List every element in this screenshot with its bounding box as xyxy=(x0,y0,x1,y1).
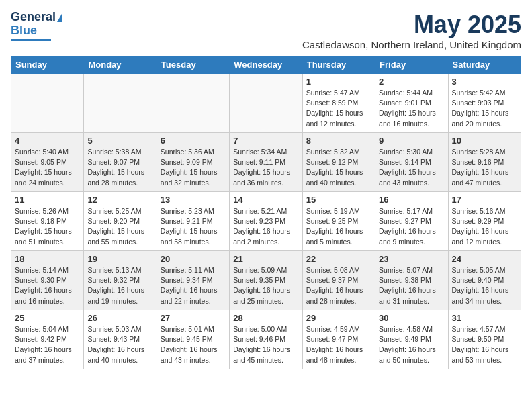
day-number: 3 xyxy=(452,77,517,87)
page-header: General Blue May 2025 Castledawson, Nort… xyxy=(11,11,521,50)
day-info: Sunrise: 5:36 AM Sunset: 9:09 PM Dayligh… xyxy=(161,147,226,188)
day-number: 27 xyxy=(161,313,226,323)
calendar-cell: 11Sunrise: 5:26 AM Sunset: 9:18 PM Dayli… xyxy=(11,192,84,251)
calendar-cell: 26Sunrise: 5:03 AM Sunset: 9:43 PM Dayli… xyxy=(84,310,157,369)
day-number: 26 xyxy=(87,313,152,323)
day-info: Sunrise: 5:03 AM Sunset: 9:43 PM Dayligh… xyxy=(87,324,152,365)
calendar-header-row: SundayMondayTuesdayWednesdayThursdayFrid… xyxy=(11,56,521,74)
calendar-cell: 27Sunrise: 5:01 AM Sunset: 9:45 PM Dayli… xyxy=(157,310,229,369)
calendar-cell: 23Sunrise: 5:07 AM Sunset: 9:38 PM Dayli… xyxy=(375,251,448,310)
calendar-cell: 25Sunrise: 5:04 AM Sunset: 9:42 PM Dayli… xyxy=(11,310,84,369)
calendar-cell: 6Sunrise: 5:36 AM Sunset: 9:09 PM Daylig… xyxy=(157,133,229,192)
calendar-table: SundayMondayTuesdayWednesdayThursdayFrid… xyxy=(11,56,521,369)
calendar-cell: 1Sunrise: 5:47 AM Sunset: 8:59 PM Daylig… xyxy=(302,74,375,133)
calendar-cell: 15Sunrise: 5:19 AM Sunset: 9:25 PM Dayli… xyxy=(302,192,375,251)
day-number: 1 xyxy=(306,77,371,87)
day-info: Sunrise: 5:05 AM Sunset: 9:40 PM Dayligh… xyxy=(452,265,517,306)
day-info: Sunrise: 5:26 AM Sunset: 9:18 PM Dayligh… xyxy=(15,206,80,247)
day-number: 4 xyxy=(15,136,80,146)
calendar-header-saturday: Saturday xyxy=(448,56,521,74)
day-info: Sunrise: 5:16 AM Sunset: 9:29 PM Dayligh… xyxy=(452,206,517,247)
calendar-cell: 18Sunrise: 5:14 AM Sunset: 9:30 PM Dayli… xyxy=(11,251,84,310)
day-info: Sunrise: 5:09 AM Sunset: 9:35 PM Dayligh… xyxy=(233,265,298,306)
day-info: Sunrise: 5:21 AM Sunset: 9:23 PM Dayligh… xyxy=(233,206,298,247)
day-number: 12 xyxy=(87,195,152,205)
calendar-cell: 19Sunrise: 5:13 AM Sunset: 9:32 PM Dayli… xyxy=(84,251,157,310)
title-section: May 2025 Castledawson, Northern Ireland,… xyxy=(302,11,521,50)
logo: General Blue xyxy=(11,11,62,41)
calendar-cell: 14Sunrise: 5:21 AM Sunset: 9:23 PM Dayli… xyxy=(230,192,302,251)
logo-text: General xyxy=(11,11,62,24)
day-info: Sunrise: 5:30 AM Sunset: 9:14 PM Dayligh… xyxy=(379,147,444,188)
day-info: Sunrise: 5:38 AM Sunset: 9:07 PM Dayligh… xyxy=(87,147,152,188)
day-info: Sunrise: 5:17 AM Sunset: 9:27 PM Dayligh… xyxy=(379,206,444,247)
day-number: 5 xyxy=(87,136,152,146)
day-number: 29 xyxy=(306,313,371,323)
calendar-cell: 20Sunrise: 5:11 AM Sunset: 9:34 PM Dayli… xyxy=(157,251,229,310)
day-info: Sunrise: 5:32 AM Sunset: 9:12 PM Dayligh… xyxy=(306,147,371,188)
day-number: 15 xyxy=(306,195,371,205)
calendar-cell: 17Sunrise: 5:16 AM Sunset: 9:29 PM Dayli… xyxy=(448,192,521,251)
day-info: Sunrise: 5:19 AM Sunset: 9:25 PM Dayligh… xyxy=(306,206,371,247)
day-number: 23 xyxy=(379,254,444,264)
day-number: 28 xyxy=(233,313,298,323)
calendar-cell: 3Sunrise: 5:42 AM Sunset: 9:03 PM Daylig… xyxy=(448,74,521,133)
calendar-header-thursday: Thursday xyxy=(302,56,375,74)
calendar-cell xyxy=(84,74,157,133)
day-info: Sunrise: 5:01 AM Sunset: 9:45 PM Dayligh… xyxy=(161,324,226,365)
calendar-cell: 12Sunrise: 5:25 AM Sunset: 9:20 PM Dayli… xyxy=(84,192,157,251)
day-number: 11 xyxy=(15,195,80,205)
calendar-cell: 28Sunrise: 5:00 AM Sunset: 9:46 PM Dayli… xyxy=(230,310,302,369)
day-number: 18 xyxy=(15,254,80,264)
calendar-week-row: 18Sunrise: 5:14 AM Sunset: 9:30 PM Dayli… xyxy=(11,251,521,310)
day-number: 7 xyxy=(233,136,298,146)
day-info: Sunrise: 5:08 AM Sunset: 9:37 PM Dayligh… xyxy=(306,265,371,306)
day-number: 16 xyxy=(379,195,444,205)
calendar-cell: 30Sunrise: 4:58 AM Sunset: 9:49 PM Dayli… xyxy=(375,310,448,369)
calendar-cell: 4Sunrise: 5:40 AM Sunset: 9:05 PM Daylig… xyxy=(11,133,84,192)
day-info: Sunrise: 4:59 AM Sunset: 9:47 PM Dayligh… xyxy=(306,324,371,365)
calendar-cell xyxy=(230,74,302,133)
calendar-header-friday: Friday xyxy=(375,56,448,74)
day-number: 13 xyxy=(161,195,226,205)
day-info: Sunrise: 5:28 AM Sunset: 9:16 PM Dayligh… xyxy=(452,147,517,188)
day-number: 30 xyxy=(379,313,444,323)
calendar-cell: 29Sunrise: 4:59 AM Sunset: 9:47 PM Dayli… xyxy=(302,310,375,369)
calendar-header-tuesday: Tuesday xyxy=(157,56,229,74)
day-number: 6 xyxy=(161,136,226,146)
calendar-cell xyxy=(157,74,229,133)
calendar-cell: 31Sunrise: 4:57 AM Sunset: 9:50 PM Dayli… xyxy=(448,310,521,369)
calendar-cell xyxy=(11,74,84,133)
logo-underline xyxy=(11,39,51,41)
day-number: 19 xyxy=(87,254,152,264)
day-number: 17 xyxy=(452,195,517,205)
calendar-header-wednesday: Wednesday xyxy=(230,56,302,74)
calendar-cell: 22Sunrise: 5:08 AM Sunset: 9:37 PM Dayli… xyxy=(302,251,375,310)
calendar-cell: 24Sunrise: 5:05 AM Sunset: 9:40 PM Dayli… xyxy=(448,251,521,310)
day-info: Sunrise: 4:58 AM Sunset: 9:49 PM Dayligh… xyxy=(379,324,444,365)
day-number: 20 xyxy=(161,254,226,264)
day-info: Sunrise: 5:13 AM Sunset: 9:32 PM Dayligh… xyxy=(87,265,152,306)
calendar-cell: 9Sunrise: 5:30 AM Sunset: 9:14 PM Daylig… xyxy=(375,133,448,192)
calendar-cell: 7Sunrise: 5:34 AM Sunset: 9:11 PM Daylig… xyxy=(230,133,302,192)
day-info: Sunrise: 5:23 AM Sunset: 9:21 PM Dayligh… xyxy=(161,206,226,247)
calendar-cell: 5Sunrise: 5:38 AM Sunset: 9:07 PM Daylig… xyxy=(84,133,157,192)
day-info: Sunrise: 5:14 AM Sunset: 9:30 PM Dayligh… xyxy=(15,265,80,306)
day-number: 21 xyxy=(233,254,298,264)
day-info: Sunrise: 5:07 AM Sunset: 9:38 PM Dayligh… xyxy=(379,265,444,306)
day-number: 22 xyxy=(306,254,371,264)
calendar-cell: 21Sunrise: 5:09 AM Sunset: 9:35 PM Dayli… xyxy=(230,251,302,310)
day-number: 14 xyxy=(233,195,298,205)
day-number: 24 xyxy=(452,254,517,264)
day-number: 31 xyxy=(452,313,517,323)
day-info: Sunrise: 5:47 AM Sunset: 8:59 PM Dayligh… xyxy=(306,88,371,129)
day-info: Sunrise: 5:44 AM Sunset: 9:01 PM Dayligh… xyxy=(379,88,444,129)
day-number: 8 xyxy=(306,136,371,146)
day-info: Sunrise: 5:04 AM Sunset: 9:42 PM Dayligh… xyxy=(15,324,80,365)
location-subtitle: Castledawson, Northern Ireland, United K… xyxy=(302,39,521,50)
calendar-cell: 10Sunrise: 5:28 AM Sunset: 9:16 PM Dayli… xyxy=(448,133,521,192)
day-number: 10 xyxy=(452,136,517,146)
calendar-cell: 8Sunrise: 5:32 AM Sunset: 9:12 PM Daylig… xyxy=(302,133,375,192)
calendar-cell: 13Sunrise: 5:23 AM Sunset: 9:21 PM Dayli… xyxy=(157,192,229,251)
day-info: Sunrise: 5:00 AM Sunset: 9:46 PM Dayligh… xyxy=(233,324,298,365)
